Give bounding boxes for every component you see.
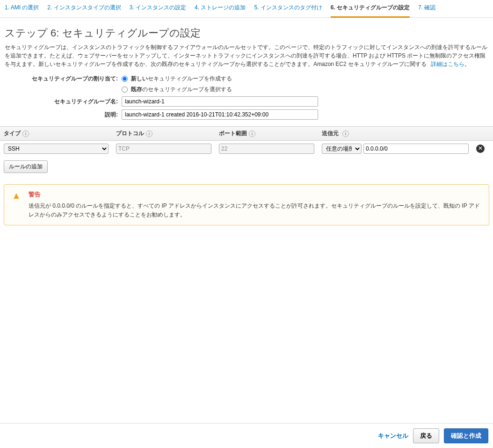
sg-name-input[interactable] <box>122 96 318 107</box>
nav-step-3[interactable]: 3. インスタンスの設定 <box>130 4 186 14</box>
info-icon[interactable]: i <box>342 130 349 137</box>
warning-icon: ▲ <box>12 190 21 219</box>
page-title: ステップ 6: セキュリティグループの設定 <box>5 26 488 40</box>
rule-source-select[interactable]: 任意の場所 <box>322 144 362 154</box>
warning-box: ▲ 警告 送信元が 0.0.0.0/0 のルールを指定すると、すべての IP ア… <box>4 184 489 225</box>
wizard-nav: 1. AMI の選択 2. インスタンスタイプの選択 3. インスタンスの設定 … <box>0 0 493 18</box>
footer: キャンセル 戻る 確認と作成 <box>0 423 493 448</box>
info-icon[interactable]: i <box>249 130 255 137</box>
remove-rule-icon[interactable]: ✕ <box>476 145 485 153</box>
sg-desc-input[interactable] <box>122 109 318 120</box>
add-rule-button[interactable]: ルールの追加 <box>4 160 48 173</box>
nav-step-5[interactable]: 5. インスタンスのタグ付け <box>254 4 322 14</box>
nav-step-7[interactable]: 7. 確認 <box>418 4 435 14</box>
rule-source-cidr-input[interactable] <box>363 144 469 154</box>
rule-protocol-input <box>116 144 211 154</box>
radio-existing-input[interactable] <box>122 87 128 93</box>
cancel-button[interactable]: キャンセル <box>378 432 408 440</box>
warning-text: 送信元が 0.0.0.0/0 のルールを指定すると、すべての IP アドレスから… <box>29 202 481 219</box>
review-create-button[interactable]: 確認と作成 <box>444 428 488 443</box>
nav-step-4[interactable]: 4. ストレージの追加 <box>195 4 246 14</box>
rule-type-select[interactable]: SSH <box>4 144 109 154</box>
assign-label: セキュリティグループの割り当て: <box>5 75 122 83</box>
page-description: セキュリティグループは、インスタンスのトラフィックを制御するファイアウォールのル… <box>5 43 488 68</box>
learn-more-link[interactable]: 詳細はこちら <box>431 61 464 67</box>
nav-step-2[interactable]: 2. インスタンスタイプの選択 <box>47 4 121 14</box>
radio-new-input[interactable] <box>122 76 128 82</box>
nav-step-6[interactable]: 6. セキュリティグループの設定 <box>331 4 410 18</box>
info-icon[interactable]: i <box>22 130 29 137</box>
radio-existing[interactable]: 既存のセキュリティグループを選択する <box>122 86 232 93</box>
back-button[interactable]: 戻る <box>413 428 439 443</box>
info-icon[interactable]: i <box>146 130 152 137</box>
warning-title: 警告 <box>29 190 481 199</box>
radio-new[interactable]: 新しいセキュリティグループを作成する <box>122 75 232 82</box>
sg-desc-label: 説明: <box>5 111 122 119</box>
nav-step-1[interactable]: 1. AMI の選択 <box>5 4 39 14</box>
sg-name-label: セキュリティグループ名: <box>5 98 122 106</box>
rule-port-input <box>219 144 314 154</box>
rule-row: SSH 任意の場所 ✕ <box>0 141 493 157</box>
rules-header: タイプi プロトコルi ポート範囲i 送信元i <box>0 126 493 141</box>
